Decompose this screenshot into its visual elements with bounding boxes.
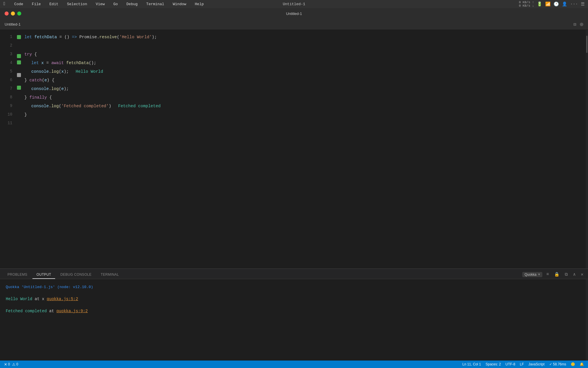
- language-mode[interactable]: JavaScript: [529, 362, 545, 366]
- output-line-1: Quokka 'Untitled-1.js' (node: v12.10.0): [6, 284, 582, 291]
- output-link-5-2[interactable]: quokka.js:5:2: [47, 297, 78, 301]
- keyword-try: try: [24, 52, 32, 57]
- line-num-1: 1: [0, 33, 12, 41]
- menubar-terminal[interactable]: Terminal: [144, 1, 166, 7]
- gutter-dot-3: [17, 48, 21, 52]
- warning-icon: ⚠: [12, 362, 16, 367]
- menubar-edit[interactable]: Edit: [48, 1, 60, 7]
- indentation[interactable]: Spaces: 2: [486, 362, 501, 366]
- maximize-button[interactable]: [17, 12, 21, 16]
- gutter-dot-4: [17, 54, 21, 58]
- fn-log-7: log: [51, 87, 59, 91]
- line-num-11: 11: [0, 119, 12, 128]
- gutter-dot-2: [17, 41, 21, 45]
- line-num-8: 8: [0, 93, 12, 102]
- gutter-dot-1: [17, 35, 21, 39]
- menubar-file[interactable]: File: [30, 1, 42, 7]
- output-inline-fetched: Fetched completed: [118, 104, 160, 108]
- network-stats: 0 KB/s ↑0 KB/s ↓: [519, 1, 534, 7]
- gutter-dot-5: [17, 60, 21, 64]
- tab-terminal[interactable]: TERMINAL: [97, 271, 123, 279]
- editor-scrollbar-thumb[interactable]: [586, 36, 587, 53]
- more-icon[interactable]: ···: [570, 2, 578, 7]
- fn-fetchdata-call: fetchData: [66, 61, 89, 65]
- close-panel-icon[interactable]: ✕: [580, 271, 585, 278]
- var-fetchdata: fetchData: [34, 35, 57, 39]
- panel-tabs: PROBLEMS OUTPUT DEBUG CONSOLE TERMINAL Q…: [0, 269, 588, 279]
- menubar:  Code File Edit Selection View Go Debug…: [0, 0, 588, 8]
- clear-output-icon[interactable]: ≡: [545, 271, 550, 277]
- menubar-go[interactable]: Go: [112, 1, 120, 7]
- list-icon[interactable]: ☰: [581, 1, 585, 7]
- split-editor-icon[interactable]: ⊟: [573, 22, 576, 27]
- panel: PROBLEMS OUTPUT DEBUG CONSOLE TERMINAL Q…: [0, 269, 588, 361]
- line-ending[interactable]: LF: [520, 362, 524, 366]
- code-line-5: console.log(x);Hello World: [22, 67, 586, 76]
- output-source-label: Quokka: [525, 273, 536, 277]
- fn-log-5: log: [51, 70, 59, 74]
- menubar-selection[interactable]: Selection: [65, 1, 89, 7]
- wifi-icon: 📶: [545, 1, 551, 7]
- code-content[interactable]: let fetchData = () => Promise.resolve('H…: [22, 30, 586, 269]
- smiley-icon[interactable]: 🙂: [571, 362, 575, 366]
- minimize-button[interactable]: [11, 12, 15, 16]
- output-line-2: Hello World at x quokka.js:5:2: [6, 296, 582, 303]
- gutter-dot-9: [17, 86, 21, 90]
- gutter-dot-11: [17, 98, 21, 102]
- apple-icon: : [3, 1, 6, 7]
- console-9: console: [31, 104, 49, 108]
- menubar-help[interactable]: Help: [193, 1, 206, 7]
- encoding[interactable]: UTF-8: [506, 362, 515, 366]
- tab-problems[interactable]: PROBLEMS: [3, 271, 31, 279]
- fn-resolve: resolve: [99, 35, 117, 39]
- editor-scrollbar[interactable]: [586, 30, 588, 269]
- menubar-view[interactable]: View: [94, 1, 106, 7]
- menubar-debug[interactable]: Debug: [125, 1, 139, 7]
- output-quokka-header: Quokka 'Untitled-1.js' (node: v12.10.0): [6, 285, 93, 289]
- lock-icon[interactable]: 🔒: [553, 271, 561, 278]
- line-num-3: 3: [0, 50, 12, 59]
- statusbar-right: Ln 11, Col 1 Spaces: 2 UTF-8 LF JavaScri…: [463, 362, 584, 366]
- output-inline-hello-world: Hello World: [76, 70, 103, 74]
- user-icon: 👤: [562, 1, 567, 7]
- circle-icon[interactable]: ⬤: [580, 22, 583, 26]
- close-button[interactable]: [5, 12, 9, 16]
- code-line-8: } finally {: [22, 93, 586, 102]
- output-hello-world: Hello World: [6, 297, 32, 301]
- output-fetched-completed: Fetched completed: [6, 309, 47, 313]
- line-num-6: 6: [0, 76, 12, 85]
- active-tab[interactable]: Untitled-1: [5, 22, 21, 26]
- panel-scrollbar[interactable]: [586, 279, 588, 361]
- warning-number: 0: [16, 362, 18, 366]
- code-line-9: console.log('Fetched completed')Fetched …: [22, 102, 586, 110]
- gutter-dot-8: [17, 79, 21, 83]
- statusbar: ✕ 0 ⚠ 0 Ln 11, Col 1 Spaces: 2 UTF-8 LF …: [0, 361, 588, 368]
- line-num-4: 4: [0, 59, 12, 67]
- menubar-window[interactable]: Window: [171, 1, 188, 7]
- line-num-10: 10: [0, 110, 12, 119]
- output-line-3: Fetched completed at quokka.js:9:2: [6, 308, 582, 315]
- quokka-timing[interactable]: ✓ 58.76ms: [549, 362, 566, 366]
- gutter-dot-10: [17, 92, 21, 96]
- cursor-position[interactable]: Ln 11, Col 1: [463, 362, 481, 366]
- tab-debug-console[interactable]: DEBUG CONSOLE: [56, 271, 96, 279]
- str-fetched: 'Fetched completed': [61, 104, 109, 108]
- copy-output-icon[interactable]: ⧉: [564, 271, 569, 278]
- output-source-select[interactable]: Quokka ▼: [522, 272, 542, 277]
- line-numbers: 1 2 3 4 5 6 7 8 9 10 11: [0, 30, 16, 269]
- menubar-code[interactable]: Code: [13, 1, 25, 7]
- tab-output[interactable]: OUTPUT: [32, 271, 55, 279]
- scroll-up-icon[interactable]: ∧: [572, 271, 577, 278]
- window-title: Untitled-1: [286, 12, 302, 16]
- window-titlebar: Untitled-1: [0, 8, 588, 19]
- menubar-title: Untitled-1: [283, 2, 305, 6]
- error-x-icon: ✕: [4, 362, 7, 367]
- line-num-7: 7: [0, 85, 12, 93]
- output-link-9-2[interactable]: quokka.js:9:2: [56, 309, 88, 313]
- error-count[interactable]: ✕ 0 ⚠ 0: [4, 362, 18, 367]
- console-5: console: [31, 70, 49, 74]
- code-line-7: console.log(e);: [22, 85, 586, 93]
- line-num-5: 5: [0, 67, 12, 76]
- bell-icon[interactable]: 🔔: [580, 362, 584, 366]
- chevron-down-icon: ▼: [538, 273, 540, 276]
